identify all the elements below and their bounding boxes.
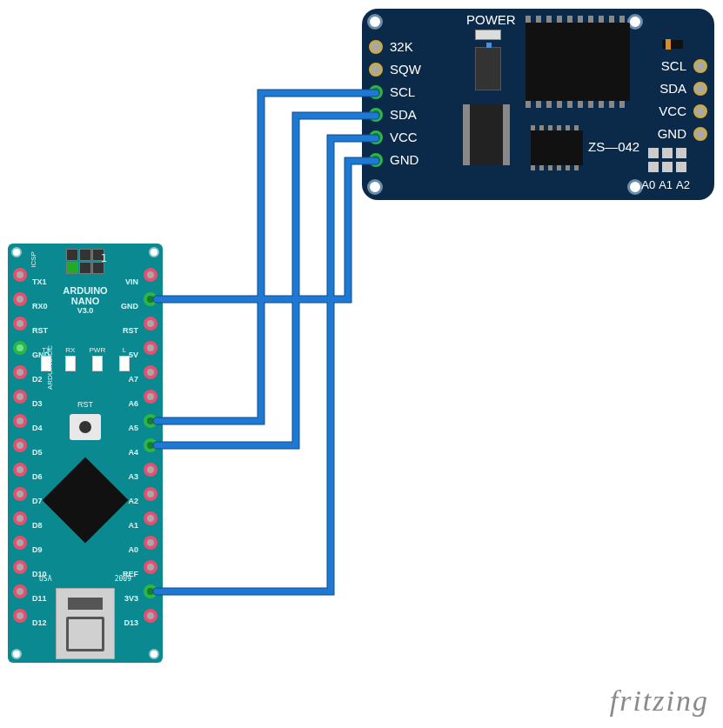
pin-D5	[13, 438, 27, 452]
pin-D11	[13, 584, 27, 598]
led-rx: RX	[65, 346, 75, 354]
lbl-D3: D3	[32, 397, 50, 411]
usa-label: USA	[39, 575, 51, 583]
rtc-pin-SCL-r	[693, 59, 707, 73]
rtc-lbl-VCC: VCC	[390, 130, 421, 144]
rtc-rlbl-SDA: SDA	[658, 82, 686, 96]
arduino-logo: ARDUINO NANO V3.0	[63, 285, 107, 315]
mounting-hole	[149, 247, 159, 257]
rtc-pin-VCC	[369, 130, 383, 144]
lbl-A4: A4	[121, 445, 138, 459]
pin1-label: 1	[101, 252, 107, 264]
rtc-right-pin-labels: SCL SDA VCC GND	[658, 59, 686, 141]
pin-TX1	[13, 268, 27, 282]
power-led-icon	[475, 30, 501, 40]
pin-D7	[13, 487, 27, 501]
pin-D4	[13, 414, 27, 428]
rtc-pin-32K	[369, 40, 383, 54]
rtc-pin-SDA-r	[693, 82, 707, 96]
pin-5V	[144, 341, 157, 355]
pin-GND-r	[144, 292, 157, 306]
rtc-rlbl-GND: GND	[658, 127, 686, 141]
pin-D10	[13, 560, 27, 574]
led-l: L	[123, 346, 126, 354]
diagram-canvas: ICSP 1 ARDUINO NANO V3.0 TX1 RX0	[0, 0, 723, 728]
lbl-RST-l: RST	[32, 324, 50, 337]
lbl-D13: D13	[121, 616, 138, 630]
mounting-hole	[367, 14, 383, 30]
lbl-D5: D5	[32, 445, 50, 459]
pin-D2	[13, 365, 27, 379]
lbl-TX1: TX1	[32, 275, 50, 289]
pin-A3	[144, 463, 157, 477]
rtc-lbl-GND: GND	[390, 153, 421, 167]
fritzing-watermark: fritzing	[610, 685, 709, 718]
pin-A5	[144, 414, 157, 428]
rtc-lbl-SDA: SDA	[390, 108, 421, 122]
pin-GND-l	[13, 341, 27, 355]
rtc-pin-SQW	[369, 63, 383, 77]
lbl-A7: A7	[121, 372, 138, 386]
pin-RST-l	[13, 317, 27, 331]
pin-A0	[144, 536, 157, 550]
pin-A6	[144, 390, 157, 404]
rtc-right-pins	[693, 59, 707, 141]
pin-D3	[13, 390, 27, 404]
pin-A4	[144, 438, 157, 452]
rtc-rlbl-SCL: SCL	[658, 59, 686, 73]
lbl-D11: D11	[32, 591, 50, 605]
addr-A1: A1	[659, 178, 673, 191]
lbl-A3: A3	[121, 470, 138, 484]
icsp-header	[66, 249, 104, 274]
usb-connector-icon	[56, 588, 115, 659]
ds3231-ic-icon	[526, 23, 630, 101]
lbl-D9: D9	[32, 543, 50, 557]
rtc-pin-SDA	[369, 108, 383, 122]
pin-VIN	[144, 268, 157, 282]
wire-A4-SDA	[157, 116, 376, 445]
reset-button	[70, 414, 101, 440]
pin-RST-r	[144, 317, 157, 331]
mounting-hole	[149, 649, 159, 659]
rtc-power-label: POWER	[466, 12, 516, 27]
rtc-pin-SCL	[369, 85, 383, 99]
pin-3V3	[144, 584, 157, 598]
rtc-lbl-32K: 32K	[390, 40, 421, 54]
pin-D6	[13, 463, 27, 477]
status-leds: TX RX PWR L	[41, 346, 130, 371]
resistor-icon	[662, 40, 683, 49]
rtc-module-board: POWER ZS—042 32K SQW SCL SDA VCC GND	[362, 9, 714, 200]
eeprom-ic-icon	[531, 130, 583, 165]
mounting-hole	[367, 179, 383, 195]
rtc-model-label: ZS—042	[588, 139, 639, 154]
crystal-icon	[475, 47, 501, 90]
arduino-nano-board: ICSP 1 ARDUINO NANO V3.0 TX1 RX0	[8, 244, 163, 663]
address-pads-bottom	[648, 162, 686, 172]
battery-holder-icon	[463, 104, 510, 165]
address-pads-top	[648, 148, 686, 158]
rtc-pin-GND	[369, 153, 383, 167]
rtc-rlbl-VCC: VCC	[658, 104, 686, 118]
address-labels: A0 A1 A2	[641, 178, 690, 191]
lbl-A6: A6	[121, 397, 138, 411]
icsp-label: ICSP	[30, 251, 37, 268]
arduino-version: V3.0	[63, 306, 107, 315]
arduino-name: NANO	[63, 296, 107, 306]
rtc-lbl-SCL: SCL	[390, 85, 421, 99]
pin-A7	[144, 365, 157, 379]
pin-A1	[144, 511, 157, 525]
addr-A0: A0	[641, 178, 655, 191]
wire-GND-GND	[157, 161, 376, 299]
pin-A2	[144, 487, 157, 501]
reset-label: RST	[77, 400, 93, 409]
pin-D12	[13, 609, 27, 623]
rtc-left-pins	[369, 40, 383, 167]
pin-D8	[13, 511, 27, 525]
addr-A2: A2	[676, 178, 690, 191]
pin-D9	[13, 536, 27, 550]
lbl-D12: D12	[32, 616, 50, 630]
mounting-hole	[11, 247, 22, 257]
led-pwr: PWR	[90, 346, 106, 354]
lbl-D4: D4	[32, 421, 50, 435]
arduino-url: ARDUINO.CC	[46, 345, 54, 390]
